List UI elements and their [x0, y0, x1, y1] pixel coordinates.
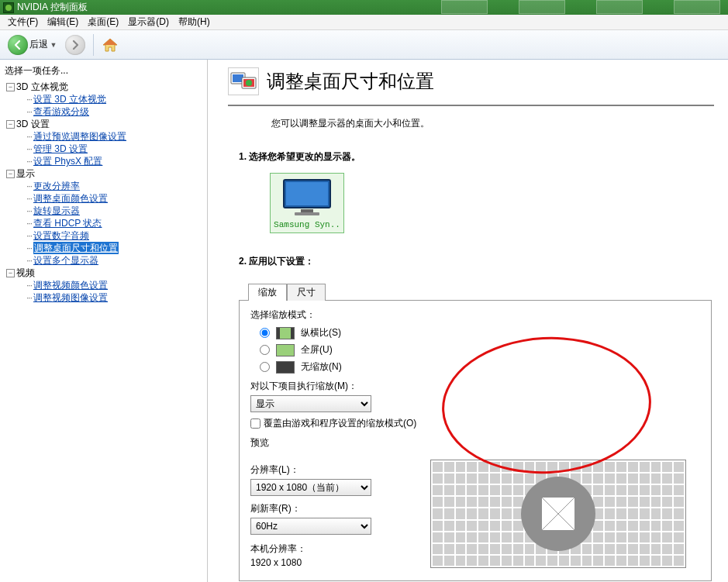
- tree-group-video[interactable]: − 视频: [2, 267, 205, 279]
- radio-none-input[interactable]: [260, 362, 270, 372]
- window-titlebar: NVIDIA 控制面板: [0, 0, 728, 15]
- perform-scale-label: 对以下项目执行缩放(M)：: [250, 380, 700, 393]
- tab-scale[interactable]: 缩放: [248, 284, 287, 301]
- step2-title: 2. 应用以下设置：: [239, 255, 714, 268]
- tree-item[interactable]: ···管理 3D 设置: [2, 143, 205, 155]
- toolbar-separator: [93, 34, 94, 56]
- scale-panel: 选择缩放模式： 纵横比(S) 全屏(U): [239, 300, 712, 581]
- tree-group-3d-stereo[interactable]: − 3D 立体视觉: [2, 81, 205, 93]
- radio-none[interactable]: 无缩放(N): [260, 360, 700, 374]
- monitor-thumbnail[interactable]: Samsung Syn..: [270, 173, 344, 233]
- tree-item[interactable]: ···设置 3D 立体视觉: [2, 93, 205, 105]
- sidebar-title: 选择一项任务...: [2, 63, 205, 81]
- tree-item[interactable]: ···设置多个显示器: [2, 254, 205, 267]
- preview-label: 预览: [250, 436, 700, 449]
- fullscreen-icon: [276, 344, 295, 356]
- menu-file[interactable]: 文件(F): [3, 14, 43, 30]
- preview-grid: [430, 460, 686, 568]
- back-arrow-icon: [8, 35, 28, 55]
- tree-item[interactable]: ···旋转显示器: [2, 205, 205, 217]
- aspect-icon: [276, 327, 295, 339]
- menu-desktop[interactable]: 桌面(E): [83, 14, 123, 30]
- page-header-icon: [228, 67, 259, 95]
- nvidia-logo-icon: [3, 2, 14, 13]
- collapse-icon[interactable]: −: [6, 83, 15, 91]
- native-res-value: 1920 x 1080: [250, 557, 405, 568]
- refresh-select[interactable]: 60Hz: [250, 518, 371, 535]
- home-button[interactable]: [98, 35, 122, 55]
- tree-item[interactable]: ···更改分辨率: [2, 180, 205, 192]
- radio-full-label: 全屏(U): [301, 343, 333, 356]
- svg-rect-11: [295, 212, 319, 215]
- svg-rect-10: [301, 209, 313, 212]
- task-tree: − 3D 立体视觉 ···设置 3D 立体视觉 ···查看游戏分级 − 3D 设…: [2, 81, 205, 304]
- radio-full-input[interactable]: [260, 345, 270, 355]
- settings-tabs: 缩放 尺寸: [248, 284, 714, 301]
- tab-size[interactable]: 尺寸: [287, 284, 326, 301]
- task-sidebar: 选择一项任务... − 3D 立体视觉 ···设置 3D 立体视觉 ···查看游…: [0, 60, 208, 582]
- collapse-icon[interactable]: −: [6, 170, 15, 178]
- menu-display[interactable]: 显示器(D): [123, 14, 174, 30]
- step1-title: 1. 选择您希望更改的显示器。: [239, 150, 714, 164]
- override-label: 覆盖由游戏和程序设置的缩放模式(O): [264, 417, 416, 430]
- back-button[interactable]: 后退 ▼: [5, 33, 60, 57]
- refresh-label: 刷新率(R)：: [250, 502, 405, 515]
- no-scaling-icon: [276, 361, 295, 374]
- page-description: 您可以调整显示器的桌面大小和位置。: [271, 117, 714, 130]
- menu-help[interactable]: 帮助(H): [174, 14, 215, 30]
- radio-full[interactable]: 全屏(U): [260, 343, 700, 356]
- back-dropdown-icon[interactable]: ▼: [50, 41, 57, 49]
- radio-aspect-label: 纵横比(S): [301, 326, 341, 339]
- scale-mode-label: 选择缩放模式：: [250, 308, 700, 322]
- tree-item-selected[interactable]: ···调整桌面尺寸和位置: [2, 242, 205, 254]
- tree-item[interactable]: ···调整视频颜色设置: [2, 279, 205, 291]
- resolution-select[interactable]: 1920 x 1080（当前）: [250, 479, 371, 496]
- radio-none-label: 无缩放(N): [301, 360, 342, 374]
- menubar: 文件(F) 编辑(E) 桌面(E) 显示器(D) 帮助(H): [0, 15, 728, 30]
- svg-rect-9: [286, 182, 328, 205]
- resolution-label: 分辨率(L)：: [250, 463, 405, 477]
- svg-marker-2: [103, 39, 117, 45]
- back-label: 后退: [29, 38, 48, 51]
- content-area: 调整桌面尺寸和位置 您可以调整显示器的桌面大小和位置。 1. 选择您希望更改的显…: [208, 60, 728, 582]
- override-checkbox[interactable]: [250, 418, 260, 429]
- radio-aspect-input[interactable]: [260, 328, 270, 338]
- tree-item[interactable]: ···设置 PhysX 配置: [2, 155, 205, 167]
- native-res-label: 本机分辨率：: [250, 542, 405, 556]
- monitor-icon: [279, 177, 335, 219]
- collapse-icon[interactable]: −: [6, 120, 15, 129]
- tree-item[interactable]: ···通过预览调整图像设置: [2, 130, 205, 143]
- menu-edit[interactable]: 编辑(E): [43, 14, 83, 30]
- preview-target-icon: [521, 477, 595, 551]
- tree-item[interactable]: ···设置数字音频: [2, 229, 205, 242]
- tree-item[interactable]: ···调整桌面颜色设置: [2, 192, 205, 205]
- tree-item[interactable]: ···查看游戏分级: [2, 105, 205, 118]
- svg-point-0: [5, 5, 12, 11]
- tree-item[interactable]: ···调整视频图像设置: [2, 291, 205, 304]
- radio-aspect[interactable]: 纵横比(S): [260, 326, 700, 339]
- forward-button[interactable]: [62, 33, 88, 57]
- titlebar-taskbar-ghosts: [441, 0, 728, 15]
- window-title: NVIDIA 控制面板: [17, 1, 88, 14]
- tree-group-3d-settings[interactable]: − 3D 设置: [2, 118, 205, 130]
- svg-point-7: [246, 80, 252, 86]
- tree-group-display[interactable]: − 显示: [2, 167, 205, 180]
- toolbar: 后退 ▼: [0, 30, 728, 60]
- page-header: 调整桌面尺寸和位置: [228, 67, 714, 106]
- tree-item[interactable]: ···查看 HDCP 状态: [2, 217, 205, 229]
- home-icon: [102, 36, 119, 53]
- monitor-label: Samsung Syn..: [274, 220, 340, 229]
- perform-scale-select[interactable]: 显示: [250, 395, 371, 412]
- forward-arrow-icon: [65, 35, 85, 55]
- collapse-icon[interactable]: −: [6, 269, 15, 277]
- page-title: 调整桌面尺寸和位置: [267, 69, 434, 94]
